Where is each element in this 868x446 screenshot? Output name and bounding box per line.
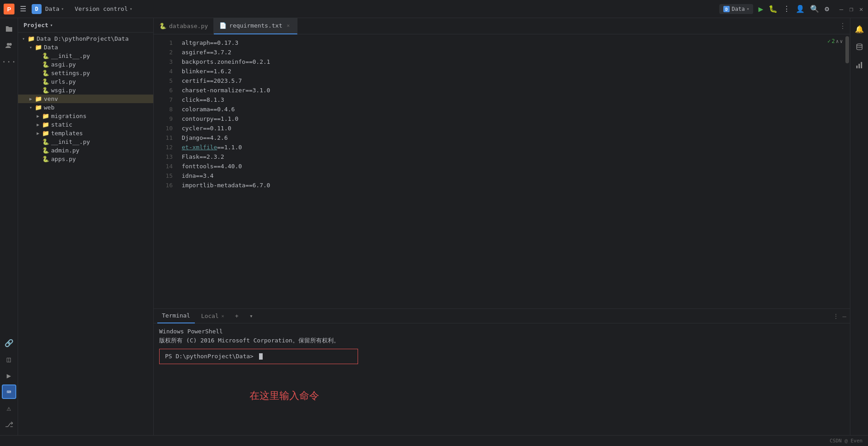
tree-item-settings-py[interactable]: 🐍settings.py [18,69,153,77]
tree-item---init---py[interactable]: 🐍__init__.py [18,52,153,60]
sidebar-item-alert[interactable]: ⚠ [2,401,16,415]
sidebar-item-more[interactable]: ··· [2,54,16,69]
tree-item-asgi-py[interactable]: 🐍asgi.py [18,60,153,69]
code-area[interactable]: altgraph==0.17.3asgiref==3.7.2backports.… [176,34,817,194]
sidebar-item-group[interactable] [2,38,16,52]
bottom-tab-add[interactable]: + [231,309,243,323]
tree-item-static[interactable]: ▶📁static [18,120,153,129]
sidebar-item-play-circle[interactable]: ▶ [2,368,16,383]
bottom-tab-chevron[interactable]: ▾ [245,309,258,323]
tab-database[interactable]: 🐍 database.py [154,18,214,34]
debug-button[interactable]: 🐛 [769,5,778,13]
file-tree: ▾📁Data D:\pythonProject\Data▾📁Data🐍__ini… [18,33,153,435]
sidebar-item-folder[interactable] [2,22,16,36]
status-bar: CSDN @ Even [0,435,868,446]
tree-item-label: static [51,121,72,128]
tree-item---init---py[interactable]: 🐍__init__.py [18,138,153,146]
project-title[interactable]: Data ▾ [45,5,64,12]
tree-item-apps-py[interactable]: 🐍apps.py [18,155,153,163]
main-area: ··· 🔗 ◫ ▶ ⌨ ⚠ ⎇ Project ▾ ▾📁Data D:\pyth… [0,18,868,435]
tab-requirments-close[interactable]: ✕ [285,23,292,29]
sidebar-item-git[interactable]: ⎇ [2,417,16,432]
app-logo: P [4,4,14,14]
sidebar-item-terminal[interactable]: ⌨ [2,384,16,399]
terminal-cursor [259,353,263,360]
project-panel-title: Project ▾ [24,22,53,28]
tree-arrow: ▾ [27,45,34,50]
editor-top-bar: 12345678910111213141516 altgraph==0.17.3… [154,34,850,308]
terminal-prompt-box[interactable]: PS D:\pythonProject\Data> [159,349,358,364]
status-text: CSDN @ Even [830,438,863,444]
tree-item-wsgi-py[interactable]: 🐍wsgi.py [18,86,153,95]
code-line-10: cycler==0.11.0 [182,123,812,133]
tree-item-label: __init__.py [51,52,90,59]
code-line-1: altgraph==0.17.3 [182,38,812,47]
tab-requirments[interactable]: 📄 requirments.txt ✕ [214,18,297,34]
tab-requirments-label: requirments.txt [229,22,282,29]
tree-item-data[interactable]: ▾📁Data D:\pythonProject\Data [18,34,153,43]
py-icon: 🐍 [42,70,50,76]
tree-item-migrations[interactable]: ▶📁migrations [18,112,153,120]
folder-icon: 📁 [42,121,50,128]
more-options-button[interactable]: ⋮ [783,5,790,13]
project-panel: Project ▾ ▾📁Data D:\pythonProject\Data▾📁… [18,18,154,435]
terminal-content[interactable]: Windows PowerShell 版权所有 (C) 2016 Microso… [154,323,850,435]
tree-arrow: ▾ [27,105,34,110]
bottom-tab-local-close[interactable]: ✕ [222,313,224,318]
line-number-2: 2 [154,47,173,57]
run-config-button[interactable]: D Data ▾ [719,4,753,14]
minimize-button[interactable]: — [838,6,844,12]
maximize-button[interactable]: ❐ [848,6,854,12]
code-line-2: asgiref==3.7.2 [182,47,812,57]
run-button[interactable]: ▶ [759,4,764,14]
tree-item-label: apps.py [51,156,76,162]
bottom-tab-terminal[interactable]: Terminal [157,309,195,323]
line-number-11: 11 [154,133,173,142]
code-line-13: Flask==2.3.2 [182,152,812,161]
check-up-icon[interactable]: ∧ [836,38,839,44]
hamburger-menu-icon[interactable]: ☰ [18,3,28,15]
sidebar-item-layers[interactable]: ◫ [2,352,16,366]
search-icon[interactable]: 🔍 [810,5,819,13]
code-line-11: Django==4.2.6 [182,133,812,142]
left-sidebar-icons: ··· 🔗 ◫ ▶ ⌨ ⚠ ⎇ [0,18,18,435]
chart-icon[interactable] [852,58,867,72]
tab-database-label: database.py [169,23,208,29]
line-number-12: 12 [154,142,173,152]
notifications-icon[interactable]: 🔔 [852,22,867,36]
bottom-minimize-icon[interactable]: — [843,313,846,320]
bottom-tab-local[interactable]: Local ✕ [197,309,229,323]
tree-item-label: Data D:\pythonProject\Data [37,35,129,42]
title-bar-left: P ☰ D Data ▾ Version control ▾ [4,3,719,15]
tree-item-label: Data [44,44,58,51]
database-icon[interactable] [852,40,867,54]
code-line-16: importlib-metadata==6.7.0 [182,180,812,190]
close-button[interactable]: ✕ [858,6,864,12]
bottom-more-icon[interactable]: ⋮ [833,313,839,320]
editor-scrollbar[interactable] [844,34,850,64]
line-number-1: 1 [154,38,173,47]
terminal-line-2: 版权所有 (C) 2016 Microsoft Corporation。保留所有… [159,336,844,345]
line-number-10: 10 [154,123,173,133]
tree-item-urls-py[interactable]: 🐍urls.py [18,77,153,86]
tree-item-data[interactable]: ▾📁Data [18,43,153,52]
tree-item-admin-py[interactable]: 🐍admin.py [18,146,153,155]
check-down-icon[interactable]: ∨ [840,38,843,44]
svg-rect-9 [861,62,862,68]
tree-item-venv[interactable]: ▶📁venv [18,95,153,103]
project-panel-header: Project ▾ [18,18,153,33]
check-badge: ✓ 2 ∧ ∨ [827,38,843,44]
settings-icon[interactable]: ⚙ [825,5,829,13]
account-icon[interactable]: 👤 [796,5,805,13]
version-control-title[interactable]: Version control ▾ [75,5,132,12]
project-chevron: ▾ [61,6,64,11]
tab-bar-more[interactable]: ⋮ [839,22,850,30]
tree-arrow: ▶ [34,122,42,127]
tree-item-web[interactable]: ▾📁web [18,103,153,112]
sidebar-item-chain[interactable]: 🔗 [2,336,16,350]
svg-text:D: D [725,7,728,12]
line-number-4: 4 [154,66,173,76]
py-icon: 🐍 [42,87,50,94]
project-label: Data [45,5,59,12]
tree-item-templates[interactable]: ▶📁templates [18,129,153,138]
